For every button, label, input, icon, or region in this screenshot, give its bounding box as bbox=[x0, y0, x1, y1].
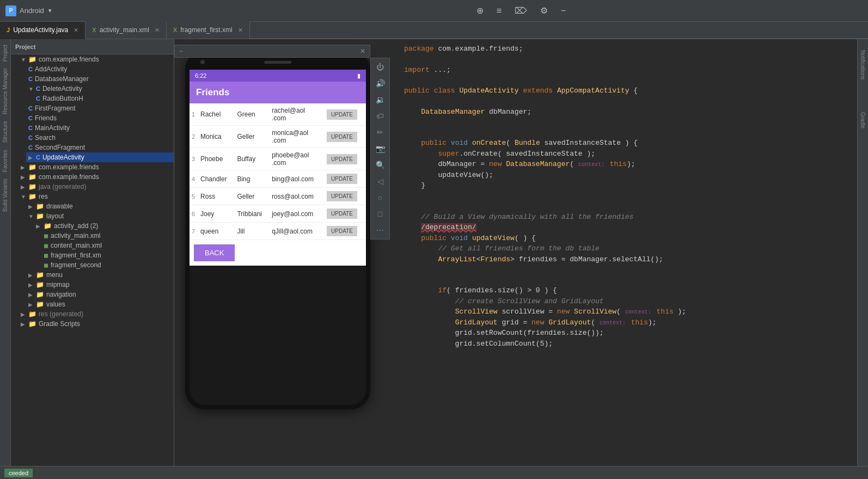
expand-arrow: ▶ bbox=[21, 174, 26, 180]
tab-update-close[interactable]: ✕ bbox=[74, 27, 78, 34]
code-line: dbManager = new DatabaseManager( context… bbox=[376, 159, 857, 170]
friend-num: 7 bbox=[190, 223, 198, 240]
code-line: super.onCreate( savedInstanceState ); bbox=[376, 149, 857, 159]
right-label-gradle[interactable]: Gradle bbox=[860, 112, 866, 128]
friend-num: 4 bbox=[190, 170, 198, 188]
tree-item-com-friends3[interactable]: ▶ 📁 com.example.friends bbox=[19, 172, 174, 182]
update-btn-4[interactable]: UPDATE bbox=[327, 174, 357, 184]
code-editor[interactable]: package com.example.friends; import ...;… bbox=[376, 39, 857, 466]
volume-down-icon[interactable]: 🔉 bbox=[374, 93, 387, 106]
tree-item-search[interactable]: C Search bbox=[26, 133, 174, 143]
expand-arrow: ▶ bbox=[21, 164, 26, 170]
tree-item-delete-activity[interactable]: ▼ C DeleteActivity bbox=[26, 84, 174, 94]
tree-item-add-activity[interactable]: C AddActivity bbox=[26, 64, 174, 74]
folder-icon: 📁 bbox=[36, 271, 44, 279]
popup-minimize[interactable]: − bbox=[179, 47, 183, 55]
sidebar-label-resource[interactable]: Resource Manager bbox=[1, 66, 9, 116]
minimize-btn[interactable]: − bbox=[558, 5, 569, 17]
expand-arrow: ▼ bbox=[21, 194, 26, 200]
tree-item-content-main-xml[interactable]: ◼ content_main.xml bbox=[41, 241, 174, 250]
package-icon: 📁 bbox=[28, 56, 36, 63]
more-icon[interactable]: ⋯ bbox=[374, 224, 386, 237]
run-config-btn[interactable]: ≡ bbox=[493, 5, 505, 17]
update-btn-2[interactable]: UPDATE bbox=[327, 132, 357, 142]
tree-item-res-generated[interactable]: ▶ 📁 res (generated) bbox=[19, 309, 174, 319]
folder-icon: 📁 bbox=[28, 183, 36, 191]
friend-num: 3 bbox=[190, 148, 198, 170]
update-btn-6[interactable]: UPDATE bbox=[327, 208, 357, 219]
code-line: // create ScrollView and GridLayout bbox=[376, 296, 857, 307]
tree-item-layout[interactable]: ▼ 📁 layout bbox=[26, 211, 174, 221]
project-dropdown-arrow[interactable]: ▼ bbox=[47, 8, 53, 14]
tree-item-com-friends[interactable]: ▼ 📁 com.example.friends bbox=[19, 54, 174, 64]
code-line: // Get all friendies form the db table bbox=[376, 243, 857, 254]
settings-btn[interactable]: ⚙ bbox=[537, 4, 551, 17]
tree-item-values[interactable]: ▶ 📁 values bbox=[26, 299, 174, 309]
update-btn-5[interactable]: UPDATE bbox=[327, 191, 357, 201]
phone-mockup: 6:22 ▮ Friends 1 Rachel Green rachel@aol… bbox=[185, 50, 370, 409]
friend-last: Buffay bbox=[235, 148, 270, 170]
toolbar-center: ⊕ ≡ ⌦ ⚙ − bbox=[174, 4, 868, 17]
update-btn-3[interactable]: UPDATE bbox=[327, 154, 357, 164]
tree-item-first-fragment[interactable]: C FirstFragment bbox=[26, 103, 174, 113]
friends-table: 1 Rachel Green rachel@aol.com UPDATE 2 M… bbox=[190, 103, 366, 240]
recents-icon[interactable]: □ bbox=[376, 207, 384, 220]
target-device-btn[interactable]: ⊕ bbox=[473, 4, 487, 17]
tree-item-main-activity[interactable]: C MainActivity bbox=[26, 123, 174, 133]
code-line: // Build a View dynamically with all the… bbox=[376, 212, 857, 223]
tab-fragment-first[interactable]: X fragment_first.xml ✕ bbox=[167, 21, 250, 39]
camera-icon[interactable]: 📷 bbox=[374, 142, 387, 155]
code-line bbox=[376, 201, 857, 212]
update-btn-1[interactable]: UPDATE bbox=[327, 109, 357, 120]
tree-item-activity-add[interactable]: ▶ 📁 activity_add (2) bbox=[34, 221, 174, 231]
tree-item-second-fragment[interactable]: C SecondFragment bbox=[26, 143, 174, 152]
run-btn[interactable]: ⌦ bbox=[511, 4, 530, 17]
tree-item-com-friends2[interactable]: ▶ 📁 com.example.friends bbox=[19, 162, 174, 172]
update-btn-7[interactable]: UPDATE bbox=[327, 226, 357, 236]
tree-item-update-activity[interactable]: ▶ C UpdateActivity bbox=[26, 152, 174, 162]
volume-up-icon[interactable]: 🔊 bbox=[374, 77, 387, 90]
friend-last: Geller bbox=[235, 188, 270, 205]
tree-item-friends[interactable]: C Friends bbox=[26, 113, 174, 123]
tree-item-res[interactable]: ▼ 📁 res bbox=[19, 192, 174, 201]
tag-icon[interactable]: 🏷 bbox=[374, 109, 386, 122]
tree-item-radio-button[interactable]: C RadioButtonH bbox=[34, 94, 174, 103]
tab-activity-main[interactable]: X activity_main.xml ✕ bbox=[85, 21, 167, 39]
home-icon[interactable]: ○ bbox=[376, 191, 384, 204]
expand-arrow: ▼ bbox=[28, 213, 34, 219]
friend-row-4: 4 Chandler Bing bing@aol.com UPDATE bbox=[190, 170, 366, 188]
tree-item-navigation[interactable]: ▶ 📁 navigation bbox=[26, 290, 174, 299]
tree-item-java-generated[interactable]: ▶ 📁 java (generated) bbox=[19, 182, 174, 192]
tree-item-mipmap[interactable]: ▶ 📁 mipmap bbox=[26, 280, 174, 290]
tree-item-drawable[interactable]: ▶ 📁 drawable bbox=[26, 201, 174, 211]
friend-num: 5 bbox=[190, 188, 198, 205]
bottom-bar: ceeded bbox=[0, 466, 868, 479]
zoom-icon[interactable]: 🔍 bbox=[374, 158, 387, 171]
friend-email: ross@aol.com bbox=[270, 188, 325, 205]
tree-item-fragment-first-xml[interactable]: ◼ fragment_first.xm bbox=[41, 250, 174, 260]
tab-update-activity[interactable]: J UpdateActivity.java ✕ bbox=[0, 22, 85, 39]
project-label[interactable]: Android bbox=[20, 7, 44, 15]
friend-first: Rachel bbox=[198, 103, 235, 126]
top-bar-left: P Android ▼ bbox=[0, 5, 174, 16]
back-arrow-icon[interactable]: ◁ bbox=[375, 175, 386, 188]
folder-icon: 📁 bbox=[44, 222, 52, 230]
sidebar-label-build[interactable]: Build Variants bbox=[1, 176, 9, 214]
right-side-labels: Notifications Gradle bbox=[857, 39, 868, 466]
sidebar-label-structure[interactable]: Structure bbox=[1, 119, 9, 145]
edit-icon[interactable]: ✏ bbox=[375, 126, 386, 139]
tab-activity-main-close[interactable]: ✕ bbox=[155, 27, 160, 34]
code-line: grid.setRowCount(friendies.size()); bbox=[376, 328, 857, 339]
tree-item-database-manager[interactable]: C DatabaseManager bbox=[26, 74, 174, 84]
right-label-notifications[interactable]: Notifications bbox=[860, 50, 866, 79]
sidebar-label-favorites[interactable]: Favorites bbox=[1, 148, 9, 174]
tree-item-activity-main-xml[interactable]: ◼ activity_main.xml bbox=[41, 231, 174, 241]
popup-close[interactable]: ✕ bbox=[360, 47, 365, 55]
tree-item-gradle-scripts[interactable]: ▶ 📁 Gradle Scripts bbox=[19, 319, 174, 329]
sidebar-label-project[interactable]: Project bbox=[1, 42, 9, 64]
tab-fragment-first-close[interactable]: ✕ bbox=[238, 27, 243, 34]
power-icon[interactable]: ⏻ bbox=[374, 60, 386, 73]
back-button[interactable]: BACK bbox=[194, 244, 235, 261]
tree-item-menu[interactable]: ▶ 📁 menu bbox=[26, 270, 174, 280]
tree-item-fragment-second-xml[interactable]: ◼ fragment_second bbox=[41, 260, 174, 270]
